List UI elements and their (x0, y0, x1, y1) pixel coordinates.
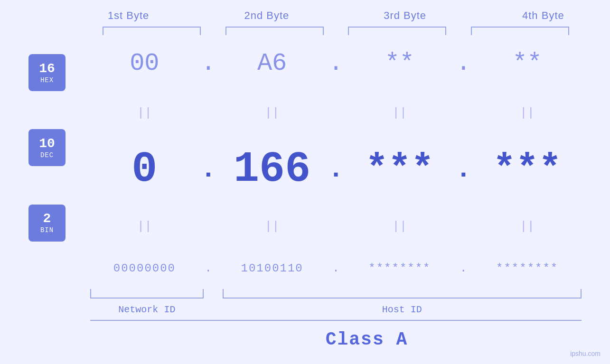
dec-b2: 166 (218, 148, 327, 191)
dec-label: DEC (40, 151, 54, 159)
bin-dot2: . (327, 262, 346, 275)
host-id-label: Host ID (223, 304, 582, 315)
data-rows: 00 . A6 . ** . (90, 35, 582, 289)
bottom-labels: Network ID Host ID (90, 304, 582, 315)
bin-label: BIN (40, 226, 54, 234)
hex-badge: 16 HEX (28, 54, 66, 91)
bytes-area: 00 . A6 . ** . (90, 35, 582, 289)
hex-dot2: . (327, 49, 346, 77)
bin-number: 2 (43, 212, 51, 226)
dec-badge: 10 DEC (28, 129, 66, 166)
labels-column: 16 HEX 10 DEC 2 BIN (28, 35, 90, 289)
class-banner: Class A (152, 321, 582, 355)
bin-b3: ******** (346, 262, 454, 275)
bracket-byte1 (103, 27, 201, 35)
eq2-b3: || (346, 219, 454, 233)
hex-value-row: 00 . A6 . ** . (90, 49, 582, 77)
eq1-b3: || (346, 106, 454, 120)
bin-badge: 2 BIN (28, 205, 66, 242)
hex-b3: ** (346, 49, 454, 77)
byte2-header: 2nd Byte (197, 9, 336, 22)
top-brackets (90, 27, 582, 35)
eq1-b4: || (473, 106, 582, 120)
byte1-header: 1st Byte (59, 9, 197, 22)
eq2-b4: || (473, 219, 582, 233)
bin-dot1: . (199, 262, 218, 275)
hex-label: HEX (40, 76, 54, 84)
eq2-b1: || (90, 219, 199, 233)
bottom-brackets (90, 289, 582, 300)
bracket-gap (204, 289, 223, 300)
main-container: 1st Byte 2nd Byte 3rd Byte 4th Byte 16 H… (0, 0, 610, 364)
hex-b1: 00 (90, 49, 199, 77)
hex-b4: ** (473, 49, 582, 77)
dec-b1: 0 (90, 148, 199, 191)
dec-dot3: . (454, 154, 473, 185)
bin-value-row: 00000000 . 10100110 . ******** (90, 262, 582, 275)
bin-b1: 00000000 (90, 262, 199, 275)
dec-b4: *** (473, 150, 582, 188)
bin-b2: 10100110 (218, 262, 327, 275)
bin-b4: ******** (473, 262, 582, 275)
eq-row-2: || || || || (90, 219, 582, 233)
bin-dot3: . (454, 262, 473, 275)
hex-dot3: . (454, 49, 473, 77)
dec-value-row: 0 . 166 . *** . (90, 148, 582, 191)
bracket-byte4 (471, 27, 569, 35)
dec-dot1: . (199, 154, 218, 185)
byte4-header: 4th Byte (474, 9, 610, 22)
header-row: 1st Byte 2nd Byte 3rd Byte 4th Byte (59, 9, 610, 22)
dec-dot2: . (327, 154, 346, 185)
network-id-label: Network ID (90, 304, 204, 315)
bottom-section: Network ID Host ID Class A (90, 289, 582, 355)
bracket-byte3 (348, 27, 446, 35)
bracket-byte2 (225, 27, 324, 35)
eq1-b2: || (218, 106, 327, 120)
dec-b3: *** (346, 150, 454, 188)
eq1-b1: || (90, 106, 199, 120)
host-bracket (223, 289, 582, 299)
hex-b2: A6 (218, 49, 327, 77)
eq-row-1: || || || || (90, 106, 582, 120)
eq2-b2: || (218, 219, 327, 233)
watermark: ipshu.com (570, 350, 601, 357)
byte3-header: 3rd Byte (336, 9, 474, 22)
dec-number: 10 (39, 137, 55, 151)
network-bracket (90, 289, 204, 299)
hex-number: 16 (39, 62, 55, 76)
main-content: 16 HEX 10 DEC 2 BIN 00 . (28, 35, 582, 289)
hex-dot1: . (199, 49, 218, 77)
label-gap (204, 304, 223, 315)
